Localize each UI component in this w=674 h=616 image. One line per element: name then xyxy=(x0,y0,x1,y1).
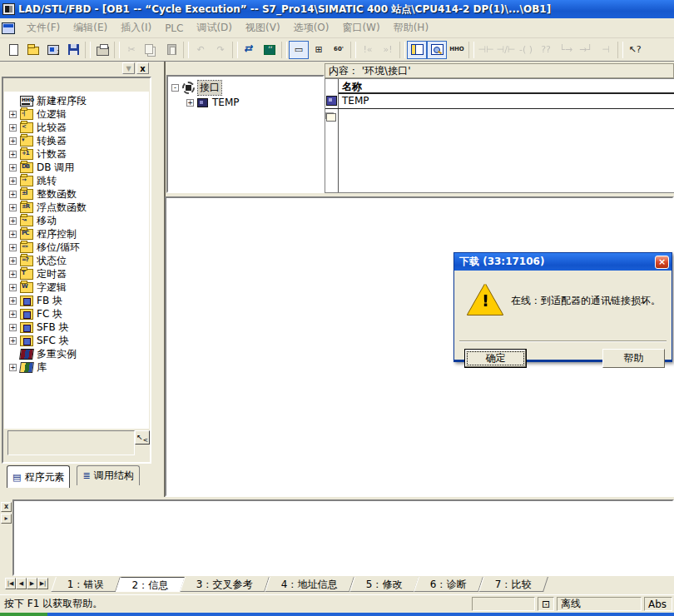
tree-item-interface[interactable]: - 接口 xyxy=(168,80,323,95)
menu-debug[interactable]: 调试(D) xyxy=(190,18,239,37)
close-branch-button[interactable]: →┘ xyxy=(576,41,596,59)
expand-icon[interactable]: + xyxy=(9,297,17,305)
tab-compare[interactable]: 7：比较 xyxy=(478,577,548,592)
catalog-item-float-functions[interactable]: + ±R 浮点数函数 xyxy=(4,201,149,214)
tab-info[interactable]: 2：信息 xyxy=(116,577,185,592)
expand-icon[interactable]: + xyxy=(9,271,17,278)
menu-window[interactable]: 窗口(W) xyxy=(335,18,386,37)
expand-icon[interactable]: + xyxy=(9,217,17,225)
tab-nav-next[interactable]: ▶ xyxy=(27,578,37,589)
catalog-item-multiple-instances[interactable]: 多重实例 xyxy=(4,347,149,360)
menu-file[interactable]: 文件(F) xyxy=(20,18,67,37)
expand-icon[interactable]: + xyxy=(9,231,17,238)
tab-errors[interactable]: 1：错误 xyxy=(51,577,120,592)
catalog-item-sfc-blocks[interactable]: + SFC 块 xyxy=(4,334,149,347)
menu-insert[interactable]: 插入(I) xyxy=(114,18,158,37)
expand-icon[interactable]: + xyxy=(9,257,17,265)
message-content-area[interactable] xyxy=(12,499,674,576)
catalog-item-program-control[interactable]: + PC 程序控制 xyxy=(4,227,149,241)
selection-toggle-button[interactable]: ▭ xyxy=(289,41,309,59)
accessible-nodes-button[interactable] xyxy=(43,41,63,59)
catalog-item-shift-rotate[interactable]: + «» 移位/循环 xyxy=(4,241,149,254)
open-button[interactable] xyxy=(23,41,43,59)
empty-box-button[interactable]: ?? xyxy=(536,41,556,59)
menu-view[interactable]: 视图(V) xyxy=(239,18,287,37)
catalog-item-new-network[interactable]: 新建程序段 xyxy=(4,94,149,107)
glasses-button[interactable]: 60' xyxy=(329,41,349,59)
expand-icon[interactable]: + xyxy=(9,111,17,118)
catalog-item-jump[interactable]: + → 跳转 xyxy=(4,174,149,187)
tab-program-elements[interactable]: ▤ 程序元素 xyxy=(7,465,70,488)
catalog-item-timers[interactable]: + T 定时器 xyxy=(4,267,149,281)
tree-item-temp[interactable]: + TEMP xyxy=(168,95,323,110)
child-window-icon[interactable] xyxy=(2,22,15,34)
catalog-item-status-bits[interactable]: + =? 状态位 xyxy=(4,254,149,267)
catalog-item-fc-blocks[interactable]: + FC 块 xyxy=(4,307,149,320)
close-icon[interactable]: x xyxy=(1,502,12,512)
expand-icon[interactable]: + xyxy=(9,151,17,158)
menu-options[interactable]: 选项(O) xyxy=(287,18,336,37)
table-row[interactable]: TEMP xyxy=(325,94,674,109)
tab-address-info[interactable]: 4：地址信息 xyxy=(265,577,354,592)
new-network-button[interactable]: HHO xyxy=(447,41,467,59)
chevron-down-icon[interactable]: ▼ xyxy=(122,62,135,74)
expand-icon[interactable]: + xyxy=(9,204,17,211)
dialog-title-bar[interactable]: 下载 (33:17106) × xyxy=(454,253,672,271)
print-button[interactable] xyxy=(92,41,112,59)
menu-edit[interactable]: 编辑(E) xyxy=(67,18,114,37)
open-branch-button[interactable]: └→ xyxy=(556,41,576,59)
catalog-item-converter[interactable]: + ▾ 转换器 xyxy=(4,134,149,147)
catalog-item-word-logic[interactable]: + W 字逻辑 xyxy=(4,281,149,294)
catalog-item-bit-logic[interactable]: + -| 位逻辑 xyxy=(4,107,149,121)
tab-nav-prev[interactable]: ◀ xyxy=(16,578,27,589)
connector-button[interactable]: ⊣ xyxy=(596,41,616,59)
resize-arrow-button[interactable]: ↖< xyxy=(135,430,150,445)
program-elements-toggle-button[interactable] xyxy=(407,41,427,59)
close-icon[interactable]: × xyxy=(655,256,669,269)
arrow-icon[interactable]: ▸ xyxy=(1,514,12,524)
catalog-item-integer-functions[interactable]: + ±I 整数函数 xyxy=(4,187,149,201)
redo-button[interactable]: ↷ xyxy=(211,41,230,59)
catalog-item-counter[interactable]: + +1 计数器 xyxy=(4,147,149,161)
catalog-item-libraries[interactable]: + 库 xyxy=(4,360,149,374)
table-row[interactable] xyxy=(325,111,674,126)
new-button[interactable] xyxy=(3,41,23,59)
overview-toggle-button[interactable] xyxy=(427,41,447,59)
tab-diagnostics[interactable]: 6：诊断 xyxy=(414,577,483,592)
close-catalog-button[interactable]: x xyxy=(136,62,149,74)
menu-help[interactable]: 帮助(H) xyxy=(387,18,435,37)
catalog-item-sfb-blocks[interactable]: + SFB 块 xyxy=(4,320,149,334)
catalog-item-fb-blocks[interactable]: + FB 块 xyxy=(4,294,149,307)
undo-button[interactable]: ↶ xyxy=(191,41,211,59)
title-bar[interactable]: LAD/STL/FBD - [OB1 -- “Cycle Execution” … xyxy=(0,0,674,18)
next-error-button[interactable]: »! xyxy=(378,41,398,59)
expand-icon[interactable]: + xyxy=(9,164,17,171)
cut-button[interactable]: ✂ xyxy=(121,41,141,59)
expand-icon[interactable]: + xyxy=(9,124,17,132)
symbol-info-button[interactable]: ⊞ xyxy=(309,41,329,59)
save-button[interactable] xyxy=(63,41,83,59)
catalog-item-move[interactable]: + ↝ 移动 xyxy=(4,214,149,227)
expand-icon[interactable]: + xyxy=(9,191,17,198)
tab-cross-reference[interactable]: 3：交叉参考 xyxy=(180,577,269,592)
help-button[interactable]: 帮助 xyxy=(602,349,665,368)
expand-icon[interactable]: + xyxy=(9,244,17,251)
catalog-item-db-call[interactable]: + DB DB 调用 xyxy=(4,161,149,174)
expand-icon[interactable]: + xyxy=(9,284,17,291)
monitor-button[interactable] xyxy=(260,41,280,59)
paste-button[interactable] xyxy=(161,41,181,59)
expand-icon[interactable]: + xyxy=(9,310,17,318)
expand-icon[interactable]: + xyxy=(186,99,194,107)
name-column-header[interactable]: 名称 xyxy=(339,79,674,94)
menu-plc[interactable]: PLC xyxy=(158,20,190,37)
catalog-item-comparator[interactable]: + < 比较器 xyxy=(4,121,149,134)
tab-nav-first[interactable]: |◀ xyxy=(5,578,16,589)
copy-button[interactable] xyxy=(141,41,161,59)
tab-nav-last[interactable]: ▶| xyxy=(37,578,48,589)
context-help-button[interactable]: ↖? xyxy=(625,41,645,59)
download-button[interactable] xyxy=(240,41,260,59)
tab-modify[interactable]: 5：修改 xyxy=(349,577,419,592)
expand-icon[interactable]: + xyxy=(9,337,17,345)
ok-button[interactable]: 确定 xyxy=(464,349,527,368)
tab-call-structure[interactable]: ≣ 调用结构 xyxy=(77,465,139,485)
